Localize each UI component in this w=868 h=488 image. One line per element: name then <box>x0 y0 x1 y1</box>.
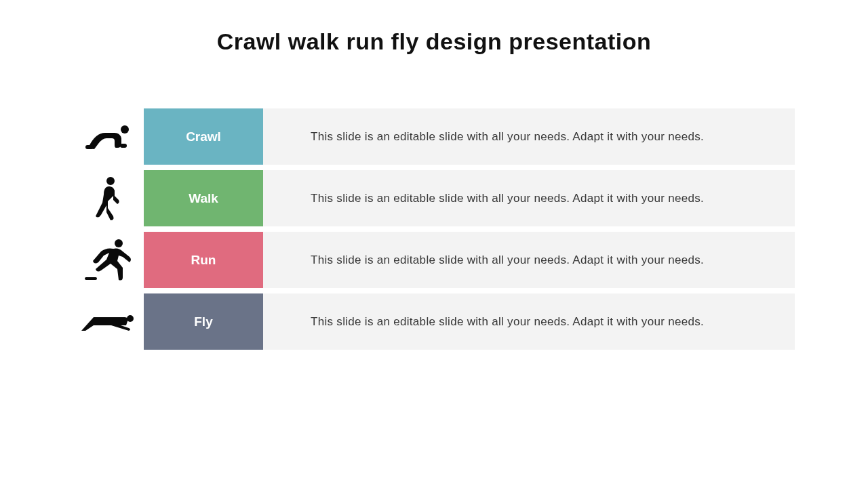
stage-row-crawl: Crawl This slide is an editable slide wi… <box>73 108 795 165</box>
stage-row-walk: Walk This slide is an editable slide wit… <box>73 170 795 226</box>
stage-rows: Crawl This slide is an editable slide wi… <box>73 108 795 350</box>
fly-icon <box>73 293 144 350</box>
stage-row-run: Run This slide is an editable slide with… <box>73 232 795 288</box>
slide-title: Crawl walk run fly design presentation <box>0 0 868 55</box>
crawl-label: Crawl <box>144 108 263 165</box>
run-description: This slide is an editable slide with all… <box>263 232 795 288</box>
stage-row-fly: Fly This slide is an editable slide with… <box>73 293 795 350</box>
svg-rect-2 <box>120 144 127 148</box>
svg-point-3 <box>106 177 115 185</box>
run-label: Run <box>144 232 263 288</box>
fly-description: This slide is an editable slide with all… <box>263 293 795 350</box>
svg-point-0 <box>121 125 129 134</box>
crawl-icon <box>73 108 144 165</box>
fly-label: Fly <box>144 293 263 350</box>
run-icon <box>73 232 144 288</box>
walk-label: Walk <box>144 170 263 226</box>
svg-rect-5 <box>85 277 97 280</box>
svg-rect-1 <box>85 145 94 149</box>
svg-point-6 <box>127 315 134 322</box>
crawl-description: This slide is an editable slide with all… <box>263 108 795 165</box>
svg-point-4 <box>115 239 123 247</box>
walk-description: This slide is an editable slide with all… <box>263 170 795 226</box>
slide: Crawl walk run fly design presentation C… <box>0 0 868 488</box>
walk-icon <box>73 170 144 226</box>
